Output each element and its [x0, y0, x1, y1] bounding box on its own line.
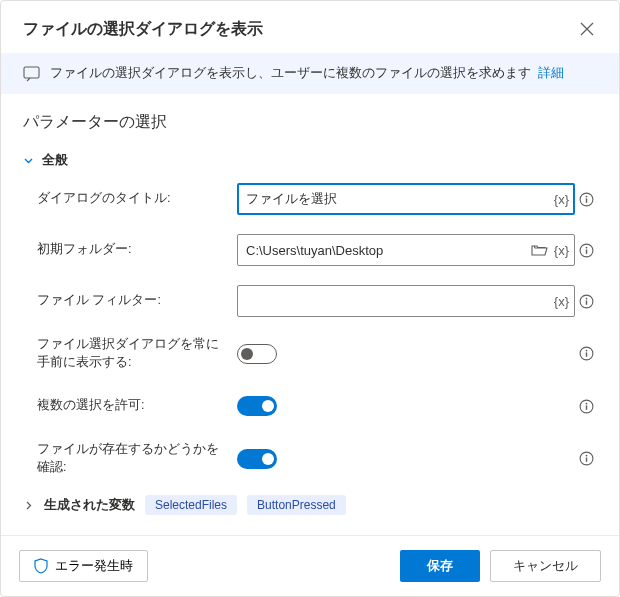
group-general-rows: ダイアログのタイトル: {x} 初期フォルダー: [23, 183, 597, 476]
label-initial-folder: 初期フォルダー: [37, 241, 237, 259]
info-icon-always-on-top[interactable] [575, 346, 597, 361]
row-file-filter: ファイル フィルター: {x} [37, 285, 597, 317]
on-error-label: エラー発生時 [55, 558, 133, 575]
titlebar: ファイルの選択ダイアログを表示 [1, 1, 619, 53]
dialog-body: パラメーターの選択 全般 ダイアログのタイトル: {x} [1, 94, 619, 535]
dialog-root: ファイルの選択ダイアログを表示 ファイルの選択ダイアログを表示し、ユーザーに複数… [0, 0, 620, 597]
label-always-on-top: ファイル選択ダイアログを常に手前に表示する: [37, 336, 237, 371]
info-icon-allow-multiple[interactable] [575, 399, 597, 414]
on-error-button[interactable]: エラー発生時 [19, 550, 148, 582]
svg-rect-12 [585, 352, 586, 356]
info-bar: ファイルの選択ダイアログを表示し、ユーザーに複数のファイルの選択を求めます 詳細 [1, 53, 619, 94]
svg-rect-6 [585, 249, 586, 253]
info-text-content: ファイルの選択ダイアログを表示し、ユーザーに複数のファイルの選択を求めます [50, 66, 531, 80]
svg-point-17 [585, 455, 587, 457]
info-icon-check-exists[interactable] [575, 451, 597, 466]
label-allow-multiple: 複数の選択を許可: [37, 397, 237, 415]
info-icon-file-filter[interactable] [575, 294, 597, 309]
chevron-right-icon [23, 500, 34, 511]
svg-point-2 [585, 195, 587, 197]
info-text: ファイルの選択ダイアログを表示し、ユーザーに複数のファイルの選択を求めます 詳細 [50, 65, 564, 82]
row-allow-multiple: 複数の選択を許可: [37, 390, 597, 422]
folder-browse-icon[interactable] [531, 243, 548, 258]
generated-variables-label: 生成された変数 [44, 496, 135, 514]
svg-rect-9 [585, 300, 586, 304]
close-button[interactable] [573, 15, 601, 43]
info-icon-dialog-title[interactable] [575, 192, 597, 207]
row-dialog-title: ダイアログのタイトル: {x} [37, 183, 597, 215]
info-details-link[interactable]: 詳細 [538, 66, 564, 80]
row-always-on-top: ファイル選択ダイアログを常に手前に表示する: [37, 336, 597, 371]
svg-rect-3 [585, 198, 586, 202]
variable-badge[interactable]: {x} [554, 294, 569, 309]
file-filter-input[interactable] [237, 285, 575, 317]
variable-badge[interactable]: {x} [554, 243, 569, 258]
chip-button-pressed[interactable]: ButtonPressed [247, 495, 346, 515]
variable-badge[interactable]: {x} [554, 192, 569, 207]
allow-multiple-toggle[interactable] [237, 396, 277, 416]
label-dialog-title: ダイアログのタイトル: [37, 190, 237, 208]
label-file-filter: ファイル フィルター: [37, 292, 237, 310]
info-icon-initial-folder[interactable] [575, 243, 597, 258]
chevron-down-icon [23, 155, 34, 166]
row-check-exists: ファイルが存在するかどうかを確認: [37, 441, 597, 476]
label-check-exists: ファイルが存在するかどうかを確認: [37, 441, 237, 476]
toggle-knob [241, 348, 253, 360]
svg-rect-0 [24, 67, 39, 78]
dialog-title-input[interactable] [237, 183, 575, 215]
chip-selected-files[interactable]: SelectedFiles [145, 495, 237, 515]
row-initial-folder: 初期フォルダー: {x} [37, 234, 597, 266]
svg-rect-15 [585, 405, 586, 409]
check-exists-toggle[interactable] [237, 449, 277, 469]
group-general-header[interactable]: 全般 [23, 151, 597, 169]
always-on-top-toggle[interactable] [237, 344, 277, 364]
initial-folder-input[interactable] [237, 234, 575, 266]
cancel-button[interactable]: キャンセル [490, 550, 601, 582]
generated-variables-header[interactable]: 生成された変数 SelectedFiles ButtonPressed [23, 495, 597, 515]
svg-rect-18 [585, 457, 586, 461]
svg-point-14 [585, 402, 587, 404]
section-title: パラメーターの選択 [23, 112, 597, 133]
toggle-knob [262, 400, 274, 412]
toggle-knob [262, 453, 274, 465]
message-icon [23, 65, 40, 82]
svg-point-8 [585, 297, 587, 299]
save-button[interactable]: 保存 [400, 550, 480, 582]
dialog-footer: エラー発生時 保存 キャンセル [1, 535, 619, 596]
close-icon [580, 22, 594, 36]
svg-point-5 [585, 246, 587, 248]
group-general-label: 全般 [42, 151, 68, 169]
dialog-title: ファイルの選択ダイアログを表示 [23, 19, 263, 40]
shield-icon [34, 558, 48, 574]
svg-point-11 [585, 350, 587, 352]
